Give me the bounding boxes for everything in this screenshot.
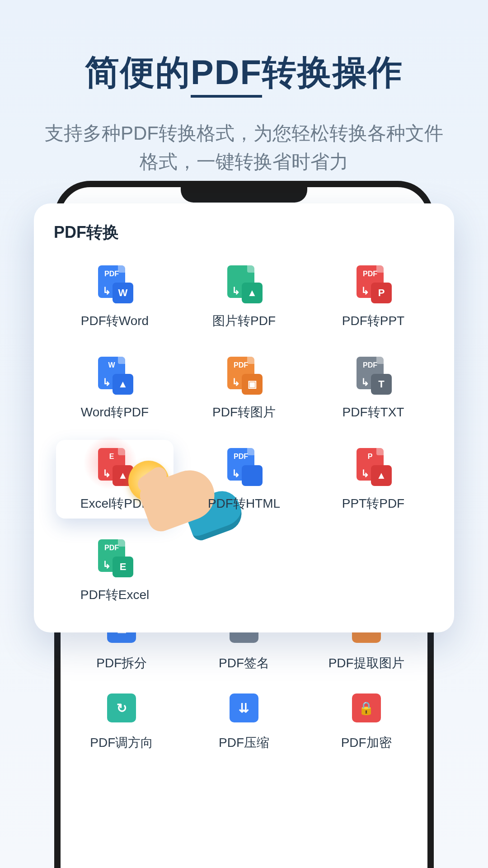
bg-tool-PDF压缩[interactable]: ⇊PDF压缩 bbox=[199, 690, 289, 751]
file-convert-icon: P ↳ ▲ bbox=[353, 448, 394, 487]
tool-PPT转PDF[interactable]: P ↳ ▲ PPT转PDF bbox=[314, 440, 432, 519]
bg-tool-label: PDF签名 bbox=[219, 655, 269, 672]
tool-label: PDF转HTML bbox=[208, 495, 280, 512]
tool-grid: PDF ↳ W PDF转Word ↳ ▲ 图片转PDF PDF ↳ P PDF转… bbox=[50, 257, 438, 610]
file-convert-icon: ↳ ▲ bbox=[224, 265, 264, 304]
bg-tool-PDF加密[interactable]: 🔒PDF加密 bbox=[321, 690, 412, 751]
phone-notch bbox=[181, 187, 307, 203]
bg-tool-label: PDF加密 bbox=[341, 734, 392, 751]
file-convert-icon: PDF ↳ T bbox=[353, 357, 394, 396]
tool-Word转PDF[interactable]: W ↳ ▲ Word转PDF bbox=[56, 349, 174, 427]
tool-label: 图片转PDF bbox=[212, 312, 276, 330]
hero-title-mid: PDF bbox=[191, 53, 262, 91]
tool-PDF转TXT[interactable]: PDF ↳ T PDF转TXT bbox=[314, 349, 432, 427]
file-convert-icon: E ↳ ▲ bbox=[94, 448, 135, 487]
file-convert-icon: PDF ↳ W bbox=[94, 265, 135, 304]
hero-title-post: 转换操作 bbox=[262, 53, 403, 91]
bg-tool-label: PDF拆分 bbox=[96, 655, 147, 672]
tool-label: PPT转PDF bbox=[342, 495, 404, 512]
tool-label: Excel转PDF bbox=[80, 495, 149, 512]
file-convert-icon: W ↳ ▲ bbox=[94, 357, 135, 396]
file-convert-icon: PDF ↳ bbox=[224, 448, 264, 487]
bg-tool-label: PDF提取图片 bbox=[328, 655, 404, 672]
bg-tool-icon: ⇊ bbox=[226, 690, 262, 726]
tool-label: PDF转Excel bbox=[80, 586, 149, 604]
tool-label: PDF转Word bbox=[81, 312, 149, 330]
tool-PDF转Excel[interactable]: PDF ↳ E PDF转Excel bbox=[56, 531, 174, 610]
tool-label: PDF转图片 bbox=[212, 404, 276, 421]
tool-PDF转HTML[interactable]: PDF ↳ PDF转HTML bbox=[185, 440, 303, 519]
tool-label: PDF转PPT bbox=[342, 312, 404, 330]
tool-label: Word转PDF bbox=[81, 404, 149, 421]
hero-title-pre: 简便的 bbox=[85, 53, 191, 91]
tool-PDF转图片[interactable]: PDF ↳ ▣ PDF转图片 bbox=[185, 349, 303, 427]
tool-PDF转PPT[interactable]: PDF ↳ P PDF转PPT bbox=[314, 257, 432, 336]
tool-label: PDF转TXT bbox=[343, 404, 404, 421]
tool-图片转PDF[interactable]: ↳ ▲ 图片转PDF bbox=[185, 257, 303, 336]
card-title: PDF转换 bbox=[50, 222, 438, 244]
bg-tool-icon: 🔒 bbox=[348, 690, 385, 726]
bg-tool-icon: ↻ bbox=[103, 690, 140, 726]
pdf-convert-card: PDF转换 PDF ↳ W PDF转Word ↳ ▲ 图片转PDF PDF ↳ … bbox=[34, 203, 454, 632]
file-convert-icon: PDF ↳ ▣ bbox=[224, 357, 264, 396]
bg-tool-label: PDF调方向 bbox=[90, 734, 153, 751]
bg-tool-label: PDF压缩 bbox=[219, 734, 269, 751]
hero-subtitle: 支持多种PDF转换格式，为您轻松转换各种文件格式，一键转换省时省力 bbox=[0, 119, 488, 176]
tool-Excel转PDF[interactable]: E ↳ ▲ Excel转PDF bbox=[56, 440, 174, 519]
file-convert-icon: PDF ↳ P bbox=[353, 265, 394, 304]
bg-tool-PDF调方向[interactable]: ↻PDF调方向 bbox=[76, 690, 167, 751]
file-convert-icon: PDF ↳ E bbox=[94, 539, 135, 578]
hero-title: 简便的PDF转换操作 bbox=[0, 0, 488, 96]
tool-PDF转Word[interactable]: PDF ↳ W PDF转Word bbox=[56, 257, 174, 336]
